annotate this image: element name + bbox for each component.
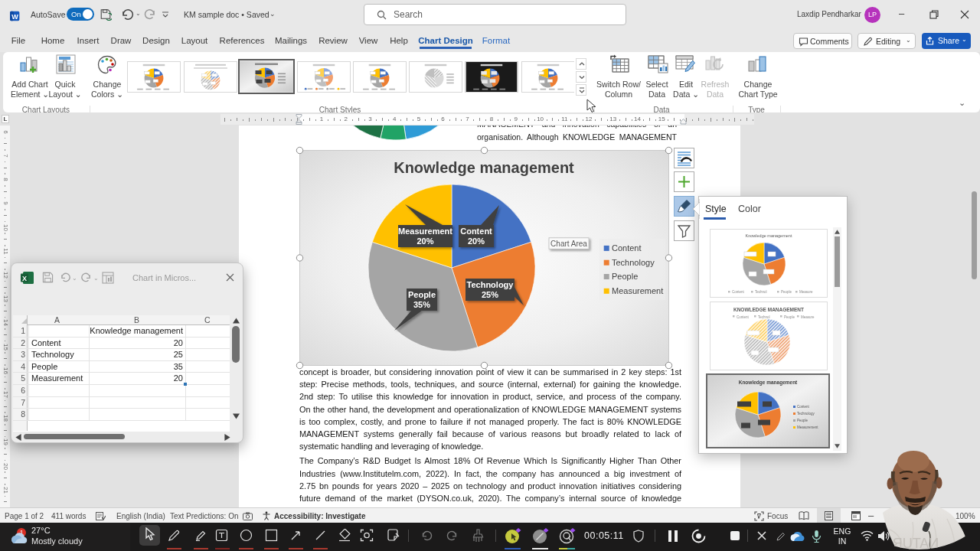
svg-text:Content: Content: [797, 405, 810, 409]
svg-text:KNOWLEDGE MANAGEMENT: KNOWLEDGE MANAGEMENT: [733, 307, 804, 312]
svg-text:People: People: [612, 272, 638, 281]
svg-text:Measure: Measure: [801, 315, 815, 319]
svg-text:Technology: Technology: [612, 258, 655, 267]
svg-text:Measurement: Measurement: [612, 286, 663, 295]
svg-text:Content: Content: [612, 243, 642, 253]
svg-text:Technology: Technology: [467, 280, 514, 289]
svg-text:Technology: Technology: [797, 412, 815, 416]
svg-text:25%: 25%: [482, 290, 498, 299]
svg-text:Content: Content: [460, 227, 492, 236]
svg-text:Knowledge management: Knowledge management: [394, 159, 574, 176]
svg-text:Measure: Measure: [799, 290, 813, 294]
svg-text:35%: 35%: [413, 300, 430, 309]
svg-text:Technol: Technol: [755, 290, 767, 294]
svg-text:20%: 20%: [416, 236, 433, 246]
svg-text:Knowledge management: Knowledge management: [739, 380, 798, 386]
svg-text:NATUR: NATUR: [893, 536, 939, 551]
svg-text:W: W: [11, 13, 18, 21]
svg-text:Chart Area: Chart Area: [550, 240, 587, 248]
svg-text:People: People: [797, 419, 808, 422]
svg-text:20%: 20%: [468, 236, 485, 246]
svg-text:Measurement: Measurement: [797, 425, 818, 429]
svg-text:People: People: [408, 290, 436, 299]
svg-text:People: People: [784, 315, 795, 319]
svg-text:X: X: [22, 275, 27, 282]
svg-text:Technol: Technol: [758, 315, 770, 319]
svg-text:Measurement: Measurement: [398, 227, 452, 236]
svg-text:Content: Content: [737, 315, 750, 319]
svg-text:Knowledge management: Knowledge management: [746, 233, 792, 238]
svg-text:Content: Content: [732, 290, 745, 294]
svg-text:People: People: [781, 290, 792, 294]
